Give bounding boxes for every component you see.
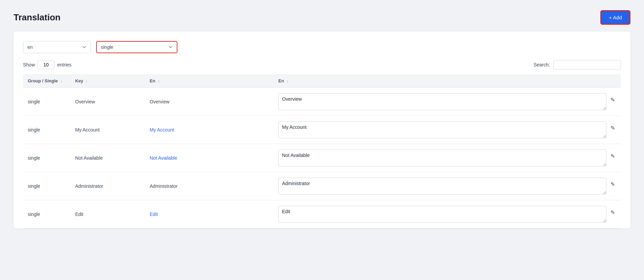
edit-textarea[interactable] <box>278 149 606 166</box>
cell-key: Edit <box>70 200 145 228</box>
edit-textarea[interactable] <box>278 178 606 195</box>
edit-pencil-button[interactable]: ✎ <box>609 180 616 189</box>
sort-en-source-icon: ↕ <box>158 79 160 83</box>
edit-pencil-button[interactable]: ✎ <box>609 123 616 133</box>
show-entries: Show entries <box>23 60 71 69</box>
cell-en-source: Administrator <box>145 172 274 200</box>
sort-group-single-icon: ↕ <box>60 79 62 83</box>
cell-group-single: single <box>23 144 70 172</box>
show-label: Show <box>23 62 35 67</box>
cell-en-edit: ✎ <box>274 200 621 228</box>
content-card: en fr de es single group Show entries Se… <box>14 32 630 228</box>
edit-textarea[interactable] <box>278 206 606 223</box>
edit-textarea-wrapper: ✎ <box>278 93 616 110</box>
page-header: Translation + Add <box>14 10 630 25</box>
cell-en-edit: ✎ <box>274 144 621 172</box>
col-header-en-edit[interactable]: En ↕ <box>274 74 621 88</box>
edit-textarea[interactable] <box>278 93 606 110</box>
cell-group-single: single <box>23 88 70 116</box>
cell-en-edit: ✎ <box>274 88 621 116</box>
cell-key: Administrator <box>70 172 145 200</box>
col-header-en-source[interactable]: En ↕ <box>145 74 274 88</box>
translations-table: Group / Single ↕ Key ↕ En ↕ En ↕ single <box>23 74 621 228</box>
cell-key: Not Available <box>70 144 145 172</box>
sort-en-edit-icon: ↕ <box>286 79 288 83</box>
filters-row: en fr de es single group <box>23 41 621 53</box>
table-row: singleNot AvailableNot Available✎ <box>23 144 621 172</box>
table-header: Group / Single ↕ Key ↕ En ↕ En ↕ <box>23 74 621 88</box>
table-row: singleOverviewOverview✎ <box>23 88 621 116</box>
cell-key: My Account <box>70 116 145 144</box>
edit-textarea-wrapper: ✎ <box>278 149 616 166</box>
cell-en-edit: ✎ <box>274 116 621 144</box>
edit-pencil-button[interactable]: ✎ <box>609 95 616 104</box>
edit-textarea-wrapper: ✎ <box>278 121 616 138</box>
search-label: Search: <box>534 62 550 67</box>
cell-group-single: single <box>23 116 70 144</box>
col-header-group-single[interactable]: Group / Single ↕ <box>23 74 70 88</box>
edit-pencil-button[interactable]: ✎ <box>609 152 616 161</box>
edit-textarea-wrapper: ✎ <box>278 206 616 223</box>
table-row: singleMy AccountMy Account✎ <box>23 116 621 144</box>
table-row: singleAdministratorAdministrator✎ <box>23 172 621 200</box>
table-body: singleOverviewOverview✎singleMy AccountM… <box>23 88 621 228</box>
search-input[interactable] <box>553 60 621 69</box>
search-area: Search: <box>534 60 621 69</box>
cell-en-source[interactable]: My Account <box>145 116 274 144</box>
entries-label: entries <box>57 62 71 67</box>
page-title: Translation <box>14 12 61 23</box>
edit-textarea-wrapper: ✎ <box>278 178 616 195</box>
add-button[interactable]: + Add <box>600 10 630 25</box>
cell-key: Overview <box>70 88 145 116</box>
group-filter[interactable]: single group <box>96 41 177 53</box>
cell-en-source: Overview <box>145 88 274 116</box>
table-row: singleEditEdit✎ <box>23 200 621 228</box>
cell-en-source[interactable]: Edit <box>145 200 274 228</box>
entries-count-input[interactable] <box>38 60 55 69</box>
col-header-key[interactable]: Key ↕ <box>70 74 145 88</box>
cell-group-single: single <box>23 172 70 200</box>
cell-en-edit: ✎ <box>274 172 621 200</box>
cell-group-single: single <box>23 200 70 228</box>
edit-textarea[interactable] <box>278 121 606 138</box>
table-controls: Show entries Search: <box>23 60 621 69</box>
edit-pencil-button[interactable]: ✎ <box>609 208 616 217</box>
language-filter[interactable]: en fr de es <box>23 41 91 53</box>
sort-key-icon: ↕ <box>86 79 88 83</box>
cell-en-source[interactable]: Not Available <box>145 144 274 172</box>
